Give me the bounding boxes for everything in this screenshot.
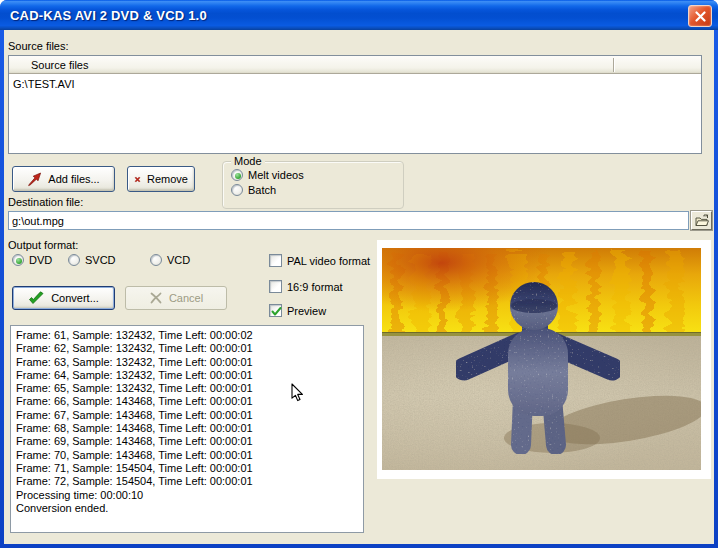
remove-button[interactable]: Remove (127, 166, 195, 192)
radio-batch[interactable]: Batch (231, 184, 304, 196)
column-divider[interactable] (613, 58, 614, 72)
log-output[interactable]: Frame: 61, Sample: 132432, Time Left: 00… (10, 325, 364, 533)
close-button[interactable] (688, 5, 712, 27)
source-files-column-header[interactable]: Source files (9, 59, 88, 71)
cancel-button[interactable]: Cancel (125, 286, 227, 310)
radio-melt-videos[interactable]: Melt videos (231, 169, 304, 181)
app-window: CAD-KAS AVI 2 DVD & VCD 1.0 Source files… (0, 0, 718, 548)
log-line: Frame: 70, Sample: 143468, Time Left: 00… (16, 449, 358, 462)
radio-dvd[interactable]: DVD (12, 254, 52, 266)
red-x-icon (134, 173, 141, 186)
browse-button[interactable] (691, 211, 712, 230)
radio-batch-label: Batch (248, 184, 276, 196)
green-check-icon (270, 305, 283, 318)
checkbox-169-label: 16:9 format (287, 281, 343, 293)
checkbox-icon[interactable] (269, 304, 282, 317)
checkbox-icon[interactable] (269, 280, 282, 293)
convert-button[interactable]: Convert... (12, 286, 115, 310)
radio-icon[interactable] (231, 169, 243, 181)
checkbox-icon[interactable] (269, 254, 282, 267)
log-line: Frame: 68, Sample: 143468, Time Left: 00… (16, 422, 358, 435)
add-files-label: Add files... (48, 173, 99, 185)
radio-svcd[interactable]: SVCD (68, 254, 116, 266)
radio-icon[interactable] (231, 184, 243, 196)
checkbox-pal-video-format[interactable]: PAL video format (269, 254, 370, 267)
checkbox-preview-label: Preview (287, 305, 326, 317)
checkbox-preview[interactable]: Preview (269, 304, 326, 317)
preview-panel (377, 240, 711, 479)
destination-file-label: Destination file: (8, 196, 83, 208)
radio-icon[interactable] (12, 254, 24, 266)
source-file-item[interactable]: G:\TEST.AVI (9, 77, 701, 91)
destination-input[interactable] (8, 211, 689, 230)
log-line: Frame: 67, Sample: 143468, Time Left: 00… (16, 409, 358, 422)
dialog-client-area: Source files: Source files G:\TEST.AVI A… (4, 30, 714, 544)
red-arrow-icon (27, 172, 42, 187)
open-folder-icon (695, 214, 709, 227)
radio-vcd[interactable]: VCD (150, 254, 190, 266)
checkbox-pal-label: PAL video format (287, 255, 370, 267)
radio-icon[interactable] (150, 254, 162, 266)
preview-video (382, 248, 701, 470)
radio-svcd-label: SVCD (85, 254, 116, 266)
log-line: Processing time: 00:00:10 (16, 489, 358, 502)
log-line: Frame: 63, Sample: 132432, Time Left: 00… (16, 356, 358, 369)
log-line: Frame: 71, Sample: 154504, Time Left: 00… (16, 462, 358, 475)
mode-groupbox: Mode Melt videos Batch (222, 161, 404, 209)
log-line: Conversion ended. (16, 502, 358, 515)
log-line: Frame: 62, Sample: 132432, Time Left: 00… (16, 342, 358, 355)
radio-dvd-label: DVD (29, 254, 52, 266)
close-x-icon (695, 11, 706, 22)
cancel-label: Cancel (169, 292, 203, 304)
checkbox-169-format[interactable]: 16:9 format (269, 280, 343, 293)
gray-x-icon (149, 291, 163, 305)
convert-label: Convert... (51, 292, 99, 304)
remove-label: Remove (147, 173, 188, 185)
source-file-list[interactable]: Source files G:\TEST.AVI (8, 55, 702, 154)
mode-groupbox-label: Mode (231, 155, 265, 167)
source-file-list-header[interactable]: Source files (9, 56, 701, 74)
output-format-label: Output format: (8, 239, 78, 251)
log-line: Frame: 66, Sample: 143468, Time Left: 00… (16, 395, 358, 408)
log-line: Frame: 72, Sample: 154504, Time Left: 00… (16, 475, 358, 488)
titlebar[interactable]: CAD-KAS AVI 2 DVD & VCD 1.0 (0, 0, 718, 30)
window-title: CAD-KAS AVI 2 DVD & VCD 1.0 (0, 8, 207, 23)
log-line: Frame: 61, Sample: 132432, Time Left: 00… (16, 329, 358, 342)
green-check-icon (28, 291, 45, 306)
radio-icon[interactable] (68, 254, 80, 266)
radio-melt-videos-label: Melt videos (248, 169, 304, 181)
radio-vcd-label: VCD (167, 254, 190, 266)
log-line: Frame: 65, Sample: 132432, Time Left: 00… (16, 382, 358, 395)
log-line: Frame: 69, Sample: 143468, Time Left: 00… (16, 435, 358, 448)
add-files-button[interactable]: Add files... (12, 166, 115, 192)
source-file-list-body: G:\TEST.AVI (9, 74, 701, 91)
log-line: Frame: 64, Sample: 132432, Time Left: 00… (16, 369, 358, 382)
source-files-label: Source files: (8, 40, 69, 52)
